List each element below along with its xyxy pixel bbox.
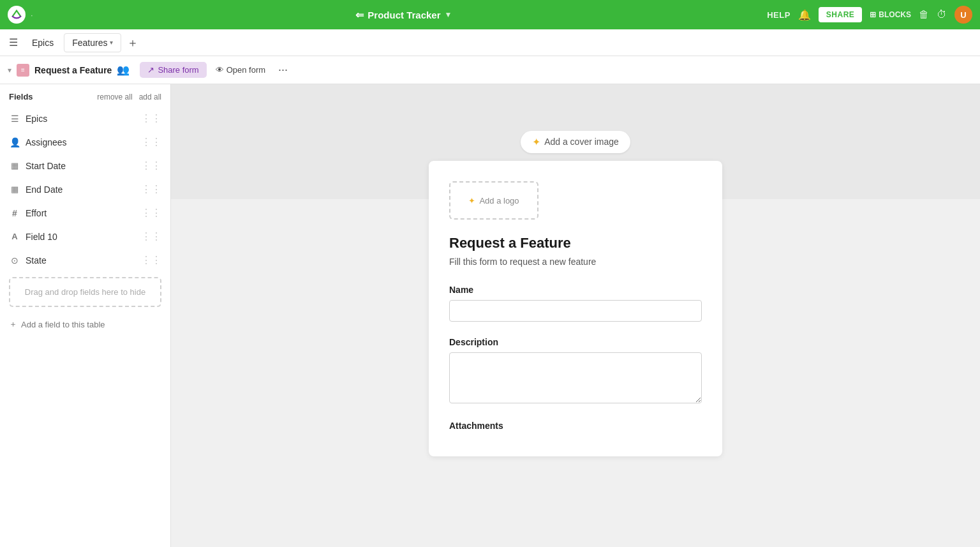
form-card: ✦ Add a logo Request a Feature Fill this… — [429, 161, 722, 456]
top-nav-center: ⇐ Product Tracker ▼ — [41, 9, 768, 21]
add-view-button[interactable]: ＋ — [124, 34, 142, 52]
name-field-label: Name — [449, 285, 702, 295]
field-item-end-date[interactable]: ▦ End Date ⋮⋮ — [0, 177, 170, 201]
field-label-end-date: End Date — [26, 184, 136, 195]
star-icon: ✦ — [532, 136, 540, 148]
add-field-label: Add a field to this table — [21, 320, 105, 329]
add-all-link[interactable]: add all — [139, 93, 161, 101]
hash-icon: # — [9, 208, 20, 218]
field-label-effort: Effort — [26, 208, 136, 218]
form-title: Request a Feature — [449, 235, 702, 251]
project-dropdown-icon[interactable]: ▼ — [445, 10, 452, 19]
blocks-grid-icon: ⊞ — [870, 10, 876, 19]
remove-all-link[interactable]: remove all — [97, 93, 132, 101]
features-tab-arrow: ▾ — [110, 39, 113, 46]
field-item-assignees[interactable]: 👤 Assignees ⋮⋮ — [0, 130, 170, 154]
drag-handle-icon[interactable]: ⋮⋮ — [141, 230, 161, 243]
top-nav-right: HELP 🔔 SHARE ⊞ BLOCKS 🗑 ⏱ U — [767, 6, 972, 24]
add-logo-label: Add a logo — [479, 196, 519, 206]
text-field-icon: A — [9, 232, 20, 241]
add-logo-button[interactable]: ✦ Add a logo — [449, 181, 538, 220]
add-cover-label: Add a cover image — [544, 137, 619, 147]
field-label-epics: Epics — [26, 114, 136, 124]
share-button[interactable]: SHARE — [819, 7, 863, 22]
top-nav-app-title: · — [31, 10, 33, 20]
tab-epics[interactable]: Epics — [24, 34, 61, 52]
hamburger-button[interactable]: ☰ — [5, 33, 22, 52]
drop-zone: Drag and drop fields here to hide — [9, 277, 161, 307]
sidebar-header-actions: remove all add all — [97, 93, 161, 101]
add-field-button[interactable]: ＋ Add a field to this table — [0, 312, 170, 336]
name-input[interactable] — [449, 300, 702, 322]
field-item-state[interactable]: ⊙ State ⋮⋮ — [0, 248, 170, 272]
drag-handle-icon[interactable]: ⋮⋮ — [141, 183, 161, 195]
add-cover-button[interactable]: ✦ Add a cover image — [521, 131, 630, 153]
share-form-button[interactable]: ↗ Share form — [140, 62, 206, 78]
fields-title: Fields — [9, 92, 33, 101]
drag-handle-icon[interactable]: ⋮⋮ — [141, 112, 161, 124]
open-form-eye-icon: 👁 — [216, 65, 224, 75]
avatar[interactable]: U — [954, 6, 972, 24]
field-item-field10[interactable]: A Field 10 ⋮⋮ — [0, 225, 170, 248]
attachments-label: Attachments — [449, 421, 702, 431]
form-description-text: Fill this form to request a new feature — [449, 257, 702, 267]
logo-star-icon: ✦ — [468, 196, 475, 206]
top-nav: · ⇐ Product Tracker ▼ HELP 🔔 SHARE ⊞ BLO… — [0, 0, 980, 29]
main-layout: Fields remove all add all ☰ Epics ⋮⋮ 👤 A… — [0, 84, 980, 547]
people-field-icon: 👤 — [9, 137, 20, 147]
list-icon: ☰ — [9, 114, 20, 124]
breadcrumb-title: Request a Feature — [34, 65, 112, 75]
breadcrumb-chevron-icon[interactable]: ▾ — [8, 66, 11, 75]
content-area: ✦ Add a cover image ✦ Add a logo Request… — [171, 84, 980, 547]
field-label-state: State — [26, 255, 136, 266]
second-nav: ☰ Epics Features ▾ ＋ — [0, 29, 980, 56]
share-form-icon: ↗ — [147, 65, 154, 75]
project-title: Product Tracker — [368, 10, 440, 20]
people-icon[interactable]: 👥 — [117, 64, 130, 76]
delete-icon[interactable]: 🗑 — [919, 9, 929, 20]
blocks-button[interactable]: ⊞ BLOCKS — [870, 10, 911, 19]
description-input[interactable] — [449, 352, 702, 403]
drop-zone-label: Drag and drop fields here to hide — [25, 287, 145, 297]
field-item-effort[interactable]: # Effort ⋮⋮ — [0, 201, 170, 225]
add-icon: ＋ — [9, 318, 17, 330]
status-icon: ⊙ — [9, 255, 20, 266]
notification-icon[interactable]: 🔔 — [798, 9, 811, 21]
field-label-field10: Field 10 — [26, 232, 136, 242]
field-item-epics[interactable]: ☰ Epics ⋮⋮ — [0, 107, 170, 130]
app-logo — [8, 6, 26, 24]
drag-handle-icon[interactable]: ⋮⋮ — [141, 207, 161, 219]
drag-handle-icon[interactable]: ⋮⋮ — [141, 160, 161, 172]
drag-handle-icon[interactable]: ⋮⋮ — [141, 254, 161, 266]
help-button[interactable]: HELP — [767, 10, 791, 20]
field-label-start-date: Start Date — [26, 161, 136, 171]
breadcrumb-icon: ≡ — [17, 64, 29, 77]
field-item-start-date[interactable]: ▦ Start Date ⋮⋮ — [0, 154, 170, 177]
tab-features[interactable]: Features ▾ — [64, 33, 121, 52]
sidebar-header: Fields remove all add all — [0, 84, 170, 107]
breadcrumb-bar: ▾ ≡ Request a Feature 👥 ↗ Share form 👁 O… — [0, 56, 980, 84]
date-end-icon: ▦ — [9, 184, 20, 194]
field-label-assignees: Assignees — [26, 137, 136, 147]
breadcrumb-actions: ↗ Share form 👁 Open form ··· — [140, 62, 292, 78]
open-form-button[interactable]: 👁 Open form — [211, 62, 271, 78]
date-icon: ▦ — [9, 161, 20, 170]
more-options-button[interactable]: ··· — [274, 62, 292, 78]
drag-handle-icon[interactable]: ⋮⋮ — [141, 136, 161, 148]
description-field-label: Description — [449, 337, 702, 347]
history-icon[interactable]: ⏱ — [937, 9, 947, 20]
sidebar: Fields remove all add all ☰ Epics ⋮⋮ 👤 A… — [0, 84, 171, 547]
